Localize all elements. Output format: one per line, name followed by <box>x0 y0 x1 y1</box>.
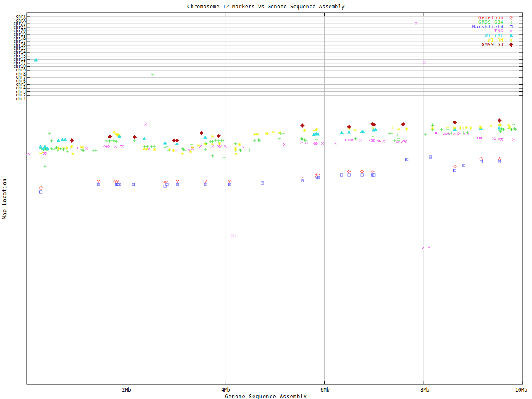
data-point <box>114 180 117 183</box>
marker-dot <box>349 171 350 172</box>
series-wi-yac <box>34 58 501 150</box>
marker-glyph <box>153 145 156 148</box>
marker-glyph <box>315 128 318 131</box>
marker-glyph <box>145 123 147 126</box>
data-point <box>114 145 117 148</box>
marker-glyph <box>469 127 472 130</box>
data-point <box>490 125 493 128</box>
marker-glyph <box>335 142 337 145</box>
marker-glyph <box>405 128 408 131</box>
x-tick-6mb: 6Mb <box>316 387 334 393</box>
data-point <box>39 145 42 148</box>
marker-dot <box>463 165 464 166</box>
data-point <box>211 155 214 158</box>
data-point <box>70 145 73 148</box>
marker-glyph <box>211 143 214 146</box>
legend-marker-icon <box>507 25 515 29</box>
marker-glyph <box>59 148 62 150</box>
data-point <box>498 126 501 129</box>
marker-glyph <box>228 146 230 149</box>
data-point <box>204 180 207 183</box>
data-point <box>315 142 318 145</box>
data-point <box>340 174 343 176</box>
marker-glyph <box>231 234 233 237</box>
data-point <box>429 156 432 158</box>
data-point <box>234 153 237 156</box>
marker-glyph <box>499 124 502 127</box>
data-point <box>211 135 214 138</box>
marker-dot <box>98 181 99 182</box>
data-point <box>313 129 315 132</box>
data-point <box>165 180 168 183</box>
data-point <box>462 127 465 130</box>
data-point <box>116 180 119 183</box>
data-point <box>42 151 44 154</box>
marker-dot <box>430 157 431 158</box>
data-point <box>217 140 220 143</box>
data-point <box>372 127 374 130</box>
data-point <box>77 147 79 149</box>
marker-glyph <box>57 149 59 152</box>
marker-glyph <box>483 137 486 139</box>
data-point <box>479 126 482 129</box>
legend-row-gm99-g3: GM99 G3 <box>472 42 515 47</box>
data-point <box>85 147 88 150</box>
data-point <box>50 148 53 150</box>
marker-glyph <box>453 127 456 130</box>
data-point <box>248 149 251 152</box>
data-point <box>111 140 113 143</box>
marker-glyph <box>85 147 88 150</box>
x-tick-8mb: 8Mb <box>416 387 434 393</box>
data-point <box>61 138 64 141</box>
marker-glyph <box>351 139 353 141</box>
marker-glyph <box>282 133 285 135</box>
x-tick-4mb: 4Mb <box>217 387 235 393</box>
marker-dot <box>341 175 342 175</box>
marker-glyph <box>415 22 417 25</box>
marker-glyph <box>48 132 51 135</box>
marker-glyph <box>359 139 361 142</box>
data-point <box>168 148 171 151</box>
data-point <box>238 143 241 146</box>
marker-glyph <box>50 148 53 150</box>
data-point <box>145 123 147 126</box>
data-point <box>458 132 461 135</box>
marker-glyph <box>388 132 391 135</box>
marker-glyph <box>70 139 74 143</box>
data-point <box>214 139 217 142</box>
marker-glyph <box>165 145 168 148</box>
data-point <box>301 141 303 144</box>
data-point <box>512 123 515 126</box>
marker-dot <box>229 184 230 185</box>
data-point <box>391 127 394 130</box>
data-point <box>143 137 146 140</box>
data-point <box>145 148 148 151</box>
marker-glyph <box>70 145 73 148</box>
marker-glyph <box>217 134 221 138</box>
data-point <box>108 140 111 143</box>
marker-glyph <box>222 139 224 142</box>
marker-glyph <box>242 146 245 148</box>
marker-dot <box>205 181 206 182</box>
y-label-chr1: chr1 <box>0 97 26 101</box>
marker-dot <box>374 175 374 175</box>
data-point <box>71 153 74 155</box>
marker-dot <box>316 178 317 179</box>
data-point <box>70 139 74 143</box>
marker-dot <box>98 184 99 185</box>
data-point <box>212 145 214 148</box>
marker-glyph <box>453 133 456 135</box>
marker-dot <box>455 166 456 167</box>
marker-glyph <box>211 140 214 143</box>
marker-glyph <box>115 140 118 143</box>
marker-dot <box>229 181 230 182</box>
marker-glyph <box>172 149 175 152</box>
marker-glyph <box>256 133 259 136</box>
data-point <box>97 183 100 186</box>
data-point <box>431 127 434 130</box>
data-point <box>143 148 145 150</box>
marker-glyph <box>212 145 214 148</box>
data-point <box>234 143 237 145</box>
data-point <box>463 164 465 167</box>
data-point <box>390 133 393 135</box>
